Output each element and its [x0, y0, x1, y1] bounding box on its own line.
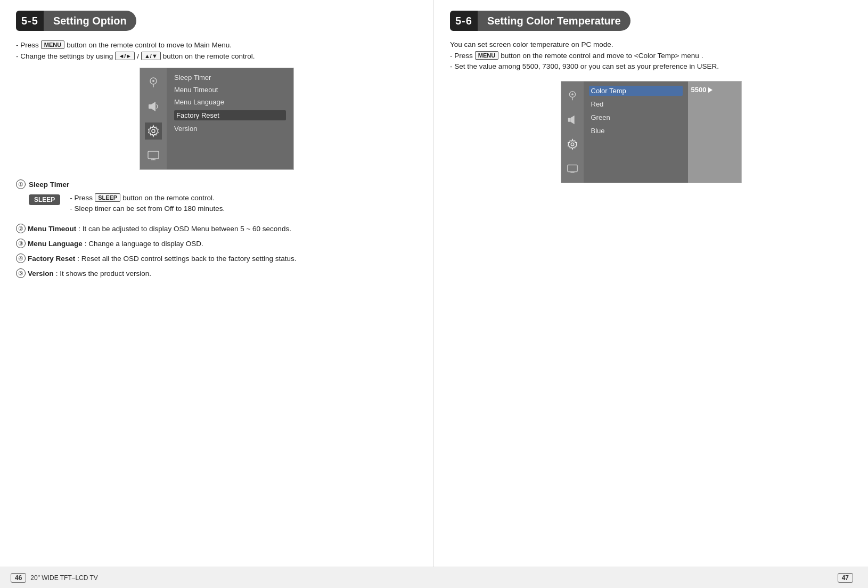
- right-intro: You can set screen color temperature on …: [450, 40, 852, 70]
- osd-item-sleep-timer: Sleep Timer: [174, 74, 286, 81]
- osd-right-icon-2: [564, 111, 581, 128]
- osd-value-number: 5500: [691, 86, 707, 94]
- section-header-56: 5-6 Setting Color Temperature: [450, 11, 852, 31]
- section-title-56: Setting Color Temperature: [478, 11, 630, 31]
- right-instr-2: - Set the value among 5500, 7300, 9300 o…: [450, 62, 852, 70]
- osd-right-icon-1: [564, 87, 581, 104]
- item-version: ⑤ Version : It shows the product version…: [16, 268, 417, 278]
- osd-icon-1: [145, 74, 162, 91]
- menu-key-right: MENU: [475, 51, 498, 60]
- instruction-block-55: - Press MENU button on the remote contro…: [16, 40, 417, 60]
- footer-page-left: 46: [11, 573, 26, 583]
- osd-icon-4: [145, 147, 162, 164]
- osd-red: Red: [589, 99, 683, 109]
- footer-left: 46 20" WIDE TFT–LCD TV: [11, 573, 98, 583]
- section-number-55: 5-5: [16, 11, 44, 31]
- section-number-56: 5-6: [450, 11, 478, 31]
- arrow-right-icon: [708, 87, 713, 93]
- osd-item-menu-language: Menu Language: [174, 98, 286, 106]
- svg-point-2: [152, 80, 154, 82]
- svg-rect-12: [568, 118, 570, 121]
- sleep-title-line: ① Sleep Timer: [16, 179, 417, 189]
- sleep-num: ①: [16, 179, 26, 189]
- osd-right-icon-4: [564, 160, 581, 177]
- right-instr-1: - Press MENU button on the remote contro…: [450, 51, 852, 60]
- right-intro-line: You can set screen color temperature on …: [450, 40, 852, 48]
- osd-right-icon-3: [564, 136, 581, 153]
- instruction-line-1: - Press MENU button on the remote contro…: [16, 40, 417, 49]
- page-footer: 46 20" WIDE TFT–LCD TV 47: [0, 567, 868, 588]
- sleep-instr-1: - Press SLEEP button on the remote contr…: [70, 193, 225, 202]
- lr-key: ◄/►: [115, 52, 135, 60]
- osd-icon-2: [145, 98, 162, 115]
- osd-item-factory-reset: Factory Reset: [174, 110, 286, 120]
- item-menu-timeout: ② Menu Timeout : It can be adjusted to d…: [16, 224, 417, 233]
- osd-menu-left: Sleep Timer Menu Timeout Menu Language F…: [140, 68, 294, 170]
- item-menu-language: ③ Menu Language : Change a language to d…: [16, 239, 417, 248]
- sleep-badge: SLEEP: [29, 194, 60, 205]
- osd-green: Green: [589, 112, 683, 123]
- sleep-instructions: - Press SLEEP button on the remote contr…: [70, 193, 225, 215]
- svg-marker-13: [570, 116, 574, 125]
- osd-icon-3-active: [145, 123, 162, 140]
- svg-marker-4: [151, 102, 155, 111]
- svg-rect-6: [148, 151, 159, 159]
- osd-value-row: 5500: [691, 86, 713, 94]
- osd-item-version: Version: [174, 125, 286, 133]
- footer-page-right: 47: [838, 573, 853, 583]
- item-factory-reset: ④ Factory Reset : Reset all the OSD cont…: [16, 254, 417, 263]
- sleep-instr-2: - Sleep timer can be set from Off to 180…: [70, 205, 225, 213]
- osd-menu-items-left: Sleep Timer Menu Timeout Menu Language F…: [167, 68, 293, 169]
- svg-point-11: [571, 93, 574, 95]
- instruction-line-2: - Change the settings by using ◄/► / ▲/▼…: [16, 52, 417, 60]
- osd-color-temp: Color Temp: [589, 86, 683, 96]
- menu-key-left: MENU: [41, 40, 64, 49]
- sleep-key: SLEEP: [95, 193, 120, 202]
- section-header-55: 5-5 Setting Option: [16, 11, 417, 31]
- svg-rect-3: [149, 104, 151, 109]
- osd-menu-right: Color Temp Red Green Blue 5500: [561, 81, 742, 183]
- section-title-55: Setting Option: [44, 11, 136, 31]
- footer-label-left: 20" WIDE TFT–LCD TV: [30, 574, 98, 582]
- svg-point-5: [152, 129, 155, 133]
- sleep-timer-section: ① Sleep Timer SLEEP - Press SLEEP button…: [16, 179, 417, 215]
- osd-icons-col-right: [561, 81, 584, 183]
- other-items: ② Menu Timeout : It can be adjusted to d…: [16, 224, 417, 278]
- footer-right: 47: [838, 573, 857, 583]
- osd-icons-col: [140, 68, 167, 169]
- left-page: 5-5 Setting Option - Press MENU button o…: [0, 0, 434, 567]
- osd-blue: Blue: [589, 126, 683, 136]
- osd-menu-items-right: Color Temp Red Green Blue: [584, 81, 688, 183]
- osd-value-col: 5500: [688, 81, 741, 183]
- right-page: 5-6 Setting Color Temperature You can se…: [434, 0, 868, 567]
- osd-item-menu-timeout: Menu Timeout: [174, 86, 286, 94]
- ud-key: ▲/▼: [141, 52, 161, 60]
- sleep-label: Sleep Timer: [29, 181, 69, 189]
- svg-point-14: [571, 143, 574, 146]
- svg-rect-15: [567, 165, 577, 172]
